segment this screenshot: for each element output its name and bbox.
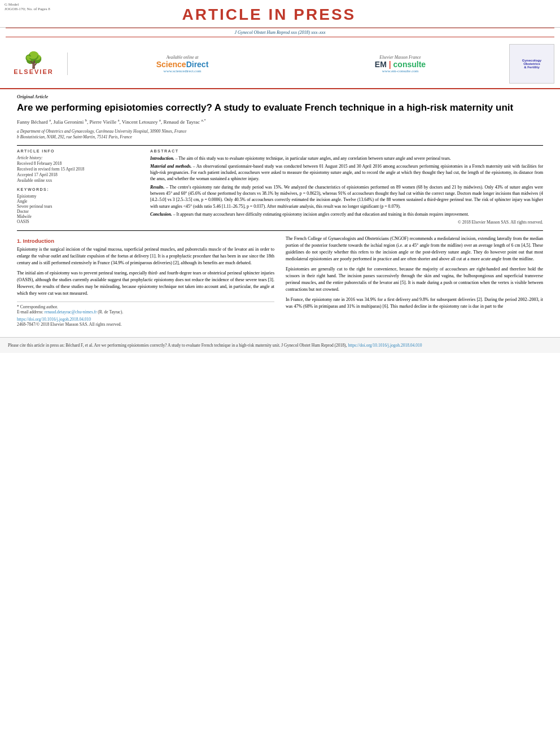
intro-body-text: Episiotomy is the surgical incision of t… [17,246,274,297]
abstract-text: Introduction. – The aim of this study wa… [150,155,543,226]
journal-reference: J Gynecol Obstet Hum Reprod xxx (2018) x… [6,28,554,37]
abstract-methods: Material and methods. – An observational… [150,163,543,182]
issn-line: 2468-7847/© 2018 Elsevier Masson SAS. Al… [17,322,274,327]
elsevier-masson-label: Elsevier Masson France [291,55,509,60]
article-info-heading: Article info [17,149,141,153]
intro-para2: The initial aim of episiotomy was to pre… [17,270,274,297]
intro-para1: Episiotomy is the surgical incision of t… [17,246,274,267]
footer-citation: Please cite this article in press as: Bé… [0,337,560,353]
top-bar: G Model JOGOH-170; No. of Pages 8 ARTICL… [0,0,560,28]
journal-cover-thumbnail: GynecologyObstetrics& Fertility [509,44,554,84]
available-online: Available online xxx [17,178,141,183]
content-area: Original Article Are we performing episi… [0,89,560,230]
article-title: Are we performing episiotomies correctly… [17,102,543,114]
article-type: Original Article [17,94,543,99]
intro-two-col: 1. Introduction Episiotomy is the surgic… [17,235,543,327]
right-para1: The French College of Gynaecologists and… [286,235,543,263]
corresponding-author: * Corresponding author. E-mail address: … [17,302,274,314]
elsevier-brand: 🌳 ELSEVIER [6,53,68,75]
affiliation-a: a Department of Obstetrics and Gynaecolo… [17,129,543,135]
journal-code: G Model JOGOH-170; No. of Pages 8 [5,2,50,11]
emconsulte-url[interactable]: www.em-consulte.com [291,69,509,73]
keywords-heading: Keywords: [17,187,141,191]
brands-row: 🌳 ELSEVIER Available online at ScienceDi… [0,41,560,89]
right-para2: Episiotomies are generally cut to the ri… [286,266,543,293]
abstract-results: Results. – The centre's episiotomy rate … [150,184,543,209]
intro-right-body: The French College of Gynaecologists and… [286,235,543,310]
keyword-angle: Angle [17,199,141,204]
elsevier-logo: ELSEVIER [14,68,53,75]
keyword-episiotomy: Episiotomy [17,194,141,199]
revised-date: Received in revised form 15 April 2018 [17,167,141,172]
sciencedirect-brand: Available online at ScienceDirect www.sc… [73,55,291,73]
intro-right-col: The French College of Gynaecologists and… [286,235,543,327]
copyright-text: © 2018 Elsevier Masson SAS. All rights r… [150,220,543,226]
article-info-column: Article info Article history: Received 8… [17,149,141,226]
history-label: Article history: [17,155,141,160]
abstract-heading: Abstract [150,149,543,153]
emconsulte-logo: EM | consulte [291,60,509,69]
separator [17,145,543,146]
doi-link[interactable]: https://doi.org/10.1016/j.jogoh.2018.04.… [17,317,274,322]
affiliation-b: b Biostatistician, NAM, 292, rue Saint-M… [17,134,543,141]
available-online-text: Available online at [73,55,291,60]
article-info-abstract: Article info Article history: Received 8… [17,149,543,226]
sciencedirect-logo: ScienceDirect [73,60,291,69]
intro-left-col: 1. Introduction Episiotomy is the surgic… [17,235,274,327]
cite-text: Please cite this article in press as: Bé… [8,343,347,348]
accepted-date: Accepted 17 April 2018 [17,172,141,177]
cite-doi-link[interactable]: https://doi.org/10.1016/j.jogoh.2018.04.… [348,343,422,348]
intro-heading: 1. Introduction [17,238,274,244]
sciencedirect-url[interactable]: www.sciencedirect.com [73,69,291,73]
keywords-section: Keywords: Episiotomy Angle Severe perine… [17,187,141,224]
keyword-midwife: Midwife [17,214,141,219]
elsevier-tree-icon: 🌳 [24,53,43,68]
abstract-intro: Introduction. – The aim of this study wa… [150,155,543,161]
keyword-oasis: OASIS [17,219,141,224]
abstract-conclusion: Conclusion. – It appears that many accou… [150,211,543,217]
emconsulte-brand: Elsevier Masson France EM | consulte www… [291,55,509,73]
email-line: E-mail address: renaud.detayrac@chu-nime… [17,309,274,314]
affiliations: a Department of Obstetrics and Gynaecolo… [17,129,543,141]
article-in-press-label: ARTICLE IN PRESS [50,2,488,25]
keyword-doctor: Doctor [17,209,141,214]
corresponding-label: * Corresponding author. [17,304,274,309]
email-link[interactable]: renaud.detayrac@chu-nimes.fr [45,309,97,314]
received-date: Received 8 February 2018 [17,161,141,166]
body-content: 1. Introduction Episiotomy is the surgic… [0,231,560,331]
authors-line: Fanny Béchard a, Julia Geronimi b, Pierr… [17,117,543,126]
right-para3: In France, the episiotomy rate in 2016 w… [286,296,543,310]
keyword-tears: Severe perineal tears [17,204,141,209]
abstract-column: Abstract Introduction. – The aim of this… [150,149,543,226]
